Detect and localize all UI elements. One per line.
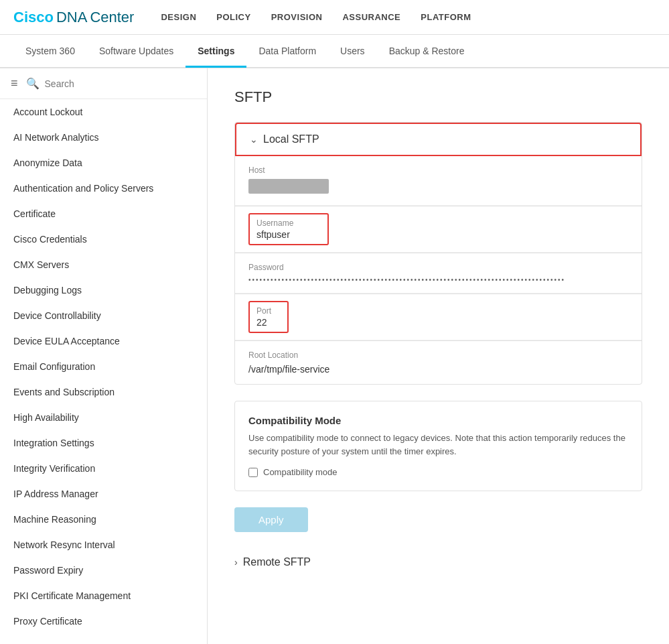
port-input-box[interactable]: Port 22 <box>248 301 289 333</box>
sidebar-item-integration-settings[interactable]: Integration Settings <box>0 430 207 456</box>
main-nav: DESIGN POLICY PROVISION ASSURANCE PLATFO… <box>161 9 471 25</box>
secondary-nav: System 360 Software Updates Settings Dat… <box>0 35 669 68</box>
menu-lines-icon[interactable]: ≡ <box>11 76 18 90</box>
chevron-right-icon: › <box>234 557 238 568</box>
sidebar-item-high-availability[interactable]: High Availability <box>0 405 207 430</box>
sidebar-item-ai-network-analytics[interactable]: AI Network Analytics <box>0 125 207 150</box>
tab-data-platform[interactable]: Data Platform <box>246 36 328 68</box>
nav-design[interactable]: DESIGN <box>161 9 196 25</box>
page-title: SFTP <box>234 88 642 106</box>
sidebar-item-device-controllability[interactable]: Device Controllability <box>0 303 207 328</box>
sidebar-item-proxy-cert[interactable]: Proxy Certificate <box>0 608 207 634</box>
layout: ≡ 🔍 Account Lockout AI Network Analytics… <box>0 68 669 644</box>
sidebar-item-ip-address-manager[interactable]: IP Address Manager <box>0 481 207 507</box>
host-value <box>248 179 329 194</box>
main-content: SFTP ⌄ Local SFTP Host Username sftpuser <box>208 68 669 644</box>
search-input[interactable] <box>45 78 196 89</box>
sidebar-search-bar: ≡ 🔍 <box>0 68 207 99</box>
sidebar-item-network-resync[interactable]: Network Resync Interval <box>0 532 207 558</box>
sidebar-item-cisco-credentials[interactable]: Cisco Credentials <box>0 227 207 252</box>
password-field: Password •••••••••••••••••••••••••••••••… <box>235 253 642 294</box>
username-input-box[interactable]: Username sftpuser <box>248 213 329 245</box>
logo-dna: DNA <box>56 9 87 26</box>
root-location-field: Root Location /var/tmp/file-service <box>235 341 642 384</box>
nav-provision[interactable]: PROVISION <box>271 9 323 25</box>
sidebar-item-machine-reasoning[interactable]: Machine Reasoning <box>0 507 207 532</box>
logo-cisco: Cisco <box>13 9 54 26</box>
host-label: Host <box>248 166 628 175</box>
sidebar-item-certificate[interactable]: Certificate <box>0 201 207 227</box>
sidebar-item-password-expiry[interactable]: Password Expiry <box>0 558 207 583</box>
sidebar-item-auth-policy-servers[interactable]: Authentication and Policy Servers <box>0 176 207 201</box>
chevron-down-icon: ⌄ <box>250 134 258 145</box>
nav-assurance[interactable]: ASSURANCE <box>342 9 400 25</box>
port-label: Port <box>256 306 281 316</box>
sidebar-item-device-eula[interactable]: Device EULA Acceptance <box>0 328 207 354</box>
logo-center: Center <box>90 9 134 26</box>
local-sftp-header[interactable]: ⌄ Local SFTP <box>235 123 642 156</box>
apply-button[interactable]: Apply <box>234 507 308 532</box>
sidebar: ≡ 🔍 Account Lockout AI Network Analytics… <box>0 68 208 644</box>
search-icon: 🔍 <box>26 77 40 90</box>
tab-software-updates[interactable]: Software Updates <box>87 36 185 68</box>
sidebar-item-cmx-servers[interactable]: CMX Servers <box>0 252 207 277</box>
sidebar-item-integrity-verification[interactable]: Integrity Verification <box>0 456 207 481</box>
username-label: Username <box>256 218 321 228</box>
compatibility-mode-label[interactable]: Compatibility mode <box>263 467 338 477</box>
local-sftp-section: ⌄ Local SFTP Host Username sftpuser Pass… <box>234 122 642 385</box>
remote-sftp-title: Remote SFTP <box>243 556 311 568</box>
compat-title: Compatibility Mode <box>248 415 628 426</box>
tab-system360[interactable]: System 360 <box>13 36 87 68</box>
top-nav: Cisco DNA Center DESIGN POLICY PROVISION… <box>0 0 669 35</box>
nav-policy[interactable]: POLICY <box>216 9 250 25</box>
nav-platform[interactable]: PLATFORM <box>421 9 471 25</box>
logo: Cisco DNA Center <box>13 9 134 26</box>
password-value: ••••••••••••••••••••••••••••••••••••••••… <box>248 276 628 283</box>
sidebar-item-events-subscription[interactable]: Events and Subscription <box>0 379 207 405</box>
compat-description: Use compatibility mode to connect to leg… <box>248 432 628 458</box>
host-field: Host <box>235 156 642 206</box>
compat-checkbox-row: Compatibility mode <box>248 467 628 477</box>
root-location-label: Root Location <box>248 350 628 360</box>
sidebar-item-pki-cert[interactable]: PKI Certificate Management <box>0 583 207 608</box>
sidebar-item-account-lockout[interactable]: Account Lockout <box>0 99 207 125</box>
username-field: Username sftpuser <box>235 206 642 253</box>
username-value: sftpuser <box>256 229 321 240</box>
sidebar-item-debugging-logs[interactable]: Debugging Logs <box>0 277 207 303</box>
compatibility-mode-box: Compatibility Mode Use compatibility mod… <box>234 401 642 491</box>
tab-users[interactable]: Users <box>328 36 377 68</box>
port-value: 22 <box>256 317 281 328</box>
remote-sftp-section[interactable]: › Remote SFTP <box>234 545 642 579</box>
sidebar-item-anonymize-data[interactable]: Anonymize Data <box>0 150 207 176</box>
compatibility-mode-checkbox[interactable] <box>248 468 258 477</box>
tab-backup-restore[interactable]: Backup & Restore <box>377 36 477 68</box>
sidebar-item-email-config[interactable]: Email Configuration <box>0 354 207 379</box>
root-location-value: /var/tmp/file-service <box>248 364 628 375</box>
port-field: Port 22 <box>235 294 642 340</box>
password-label: Password <box>248 263 628 272</box>
local-sftp-title: Local SFTP <box>263 133 319 145</box>
tab-settings[interactable]: Settings <box>185 36 246 68</box>
